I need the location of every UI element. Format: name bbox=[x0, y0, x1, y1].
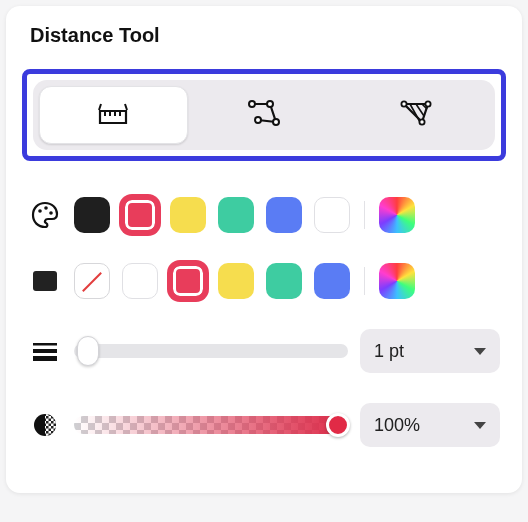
swatch-divider bbox=[364, 201, 365, 229]
line-width-select[interactable]: 1 pt bbox=[360, 329, 500, 373]
fill-color-row bbox=[18, 255, 510, 307]
outline-swatch-custom[interactable] bbox=[379, 197, 415, 233]
svg-rect-10 bbox=[33, 343, 57, 346]
outline-swatch-blue[interactable] bbox=[266, 197, 302, 233]
panel-title: Distance Tool bbox=[30, 24, 510, 47]
chevron-down-icon bbox=[474, 422, 486, 429]
polyline-icon bbox=[246, 98, 284, 132]
mode-tab-distance[interactable] bbox=[39, 86, 188, 144]
distance-tool-panel: Distance Tool bbox=[6, 6, 522, 493]
opacity-icon bbox=[28, 411, 62, 439]
svg-point-2 bbox=[273, 119, 279, 125]
line-width-value: 1 pt bbox=[374, 341, 404, 362]
svg-rect-11 bbox=[33, 349, 57, 353]
chevron-down-icon bbox=[474, 348, 486, 355]
fill-swatch-none[interactable] bbox=[74, 263, 110, 299]
outline-swatch-white[interactable] bbox=[314, 197, 350, 233]
opacity-slider-thumb[interactable] bbox=[326, 413, 350, 437]
opacity-select[interactable]: 100% bbox=[360, 403, 500, 447]
line-width-slider[interactable] bbox=[74, 344, 348, 358]
svg-rect-12 bbox=[33, 356, 57, 361]
svg-point-7 bbox=[38, 209, 42, 213]
svg-point-5 bbox=[425, 101, 430, 106]
fill-swatch-yellow[interactable] bbox=[218, 263, 254, 299]
svg-point-0 bbox=[249, 101, 255, 107]
ruler-icon bbox=[96, 99, 130, 131]
fill-swatch-white[interactable] bbox=[122, 263, 158, 299]
palette-icon bbox=[28, 200, 62, 230]
svg-point-6 bbox=[419, 119, 424, 124]
fill-icon bbox=[28, 271, 62, 291]
mode-tabs-highlight bbox=[22, 69, 506, 161]
svg-point-9 bbox=[49, 211, 53, 215]
outline-swatch-black[interactable] bbox=[74, 197, 110, 233]
svg-point-1 bbox=[267, 101, 273, 107]
line-weight-icon bbox=[28, 341, 62, 361]
mode-tab-perimeter[interactable] bbox=[192, 86, 339, 144]
fill-swatches bbox=[74, 263, 415, 299]
line-width-slider-thumb[interactable] bbox=[77, 336, 99, 366]
opacity-value: 100% bbox=[374, 415, 420, 436]
svg-point-8 bbox=[44, 206, 48, 210]
mode-tabs bbox=[33, 80, 495, 150]
mode-tab-area[interactable] bbox=[342, 86, 489, 144]
opacity-row: 100% bbox=[18, 395, 510, 455]
outline-swatch-red[interactable] bbox=[122, 197, 158, 233]
fill-swatch-teal[interactable] bbox=[266, 263, 302, 299]
opacity-slider[interactable] bbox=[74, 416, 348, 434]
outline-swatch-teal[interactable] bbox=[218, 197, 254, 233]
line-width-row: 1 pt bbox=[18, 321, 510, 381]
svg-point-4 bbox=[401, 101, 406, 106]
svg-point-3 bbox=[255, 117, 261, 123]
swatch-divider bbox=[364, 267, 365, 295]
fill-swatch-custom[interactable] bbox=[379, 263, 415, 299]
outline-swatch-yellow[interactable] bbox=[170, 197, 206, 233]
outline-color-row bbox=[18, 189, 510, 241]
fill-swatch-red[interactable] bbox=[170, 263, 206, 299]
fill-swatch-blue[interactable] bbox=[314, 263, 350, 299]
area-polygon-icon bbox=[398, 98, 434, 132]
outline-swatches bbox=[74, 197, 415, 233]
